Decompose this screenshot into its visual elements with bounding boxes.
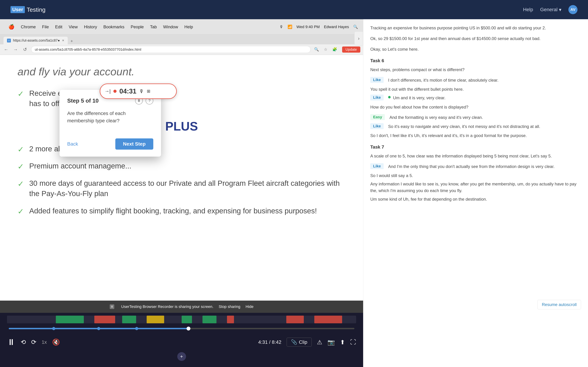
url-bar[interactable]: ut-assets.com/5a1c8705-a6b5-4a7a-8578-e5… — [31, 46, 311, 53]
transcript-line-1: Ok, so 29 $1500.00 for 1st year and then… — [370, 35, 581, 42]
timeline-marker-playhead — [187, 327, 190, 331]
task6-line2: You spell it out with the different bull… — [370, 86, 581, 93]
right-panel: Transcript ▾ ≡ Tracking an expensive for… — [363, 0, 588, 367]
share-button[interactable]: ⬆ — [340, 339, 345, 346]
task6-line4: And the formatting is very easy and it's… — [389, 114, 581, 121]
transcript-line-0: Tracking an expensive for business purpo… — [370, 25, 581, 32]
task7-line3-row: Any information I would like to see is, … — [370, 181, 581, 194]
transcript-scroll-panel[interactable]: Tracking an expensive for business purpo… — [363, 19, 588, 367]
mac-time: Wed 9:40 PM — [296, 25, 320, 29]
resume-autoscroll-button[interactable]: Resume autoscroll — [537, 300, 581, 309]
back-button[interactable]: Back — [67, 141, 78, 147]
panel-toggle-button[interactable]: › — [354, 32, 363, 45]
rewind-button[interactable]: ⟲ — [21, 339, 26, 346]
clip-button[interactable]: 📎 Clip — [287, 338, 312, 347]
step-modal: Step 5 of 10 ⏸ ? Are the differences of … — [60, 90, 161, 157]
update-button[interactable]: Update — [342, 47, 361, 53]
forward-nav-button[interactable]: → — [12, 46, 19, 53]
add-clip-button[interactable]: + — [177, 352, 186, 361]
controls-row: ⏸ ⟲ ⟳ 1x 🔇 4:31 / 8:42 📎 Clip ⚠ 📷 ⬆ ⛶ — [7, 334, 356, 350]
hide-button[interactable]: Hide — [245, 304, 253, 309]
rec-time: 04:31 — [119, 88, 136, 95]
sharing-pause-icon: ⏸ — [110, 304, 114, 309]
general-chevron-icon: ▾ — [559, 7, 562, 13]
tag-like-3: Like — [370, 123, 384, 129]
task7-line4: Um some kind of Uh, fee for that dependi… — [370, 196, 581, 202]
task6-like1-row: Like I don't differences, it's motion of… — [370, 77, 581, 84]
task7-header: Task 7 — [370, 144, 581, 150]
back-nav-button[interactable]: ← — [3, 46, 9, 53]
url-text: ut-assets.com/5a1c8705-a6b5-4a7a-8578-e5… — [35, 48, 141, 51]
fast-forward-button[interactable]: ⟳ — [31, 339, 36, 346]
ut-logo-text: Testing — [26, 6, 45, 13]
help-link[interactable]: Help — [523, 7, 533, 12]
browser-chrome: U https://ut-assets.com/5a1c87● ✕ + ← → … — [0, 35, 363, 55]
ut-logo-box: User — [10, 6, 25, 13]
view-menu[interactable]: View — [65, 25, 81, 29]
task6-text1: Next steps, problems compact or what is … — [370, 66, 581, 73]
task7-line3: Any information I would like to see is, … — [370, 181, 581, 194]
extension-icon[interactable]: 🧩 — [332, 46, 338, 53]
modal-step-title: Step 5 of 10 — [67, 98, 99, 104]
ut-header-right: Help General ▾ AV — [523, 5, 578, 14]
fullscreen-button[interactable]: ⛶ — [350, 339, 356, 345]
help-menu[interactable]: Help — [181, 25, 196, 29]
refresh-button[interactable]: ↺ — [22, 46, 28, 53]
modal-footer: Back Next Step — [67, 138, 153, 150]
task7-like1-row: Like And I'm the only thing that you don… — [370, 163, 581, 171]
dot-green-1 — [388, 96, 391, 98]
people-menu[interactable]: People — [128, 25, 147, 29]
av-avatar[interactable]: AV — [568, 5, 578, 14]
mac-menubar: 🍎 Chrome File Edit View History Bookmark… — [0, 19, 363, 35]
ut-logo: User Testing — [10, 6, 45, 13]
tab-menu[interactable]: Tab — [147, 25, 160, 29]
history-menu[interactable]: History — [81, 25, 100, 29]
timeline-bar[interactable] — [7, 323, 356, 334]
wifi-icon: 📶 — [287, 25, 292, 29]
general-dropdown[interactable]: General ▾ — [540, 7, 562, 13]
screenshot-button[interactable]: 📷 — [328, 339, 335, 346]
tag-like-1: Like — [370, 77, 384, 83]
edit-menu[interactable]: Edit — [52, 25, 65, 29]
panel-toggle-icon: › — [358, 36, 359, 41]
next-step-button[interactable]: Next Step — [115, 138, 153, 150]
task6-header: Task 6 — [370, 58, 581, 63]
search-page-icon[interactable]: 🔍 — [313, 46, 320, 53]
progress-track[interactable] — [9, 328, 354, 329]
modal-question: Are the differences of each membership t… — [67, 110, 153, 125]
mac-menubar-right: 🎙 📶 Wed 9:40 PM Edward Hayes 🔍 — [279, 25, 358, 29]
browser-tab-active[interactable]: U https://ut-assets.com/5a1c87● ✕ — [3, 37, 68, 44]
timeline-marker-1 — [97, 327, 100, 330]
mac-user: Edward Hayes — [324, 25, 349, 29]
segment-track[interactable] — [7, 316, 356, 323]
mute-button[interactable]: 🔇 — [52, 339, 60, 346]
apple-menu[interactable]: 🍎 — [5, 24, 18, 30]
speed-label[interactable]: 1x — [42, 339, 47, 345]
new-tab-button[interactable]: + — [69, 38, 75, 44]
transcript-line-2: Okay, so Let's come here. — [370, 46, 581, 53]
bookmark-icon[interactable]: ☆ — [322, 46, 329, 53]
task7-line1: And I'm the only thing that you don't ac… — [388, 163, 581, 170]
window-menu[interactable]: Window — [160, 25, 181, 29]
bookmarks-menu[interactable]: Bookmarks — [100, 25, 128, 29]
tab-favicon: U — [7, 39, 11, 42]
task6-line5: So it's easy to navigate and very clean,… — [388, 123, 581, 130]
tag-like-4: Like — [370, 163, 384, 169]
chrome-menu[interactable]: Chrome — [18, 25, 39, 29]
task7-line4-row: Um some kind of Uh, fee for that dependi… — [370, 196, 581, 202]
task6-line1: I don't differences, it's motion of time… — [388, 77, 581, 83]
task6-easy-row: Easy And the formatting is very easy and… — [370, 114, 581, 121]
task6-text2: How do you feel about how the content is… — [370, 104, 581, 111]
ut-header: User Testing Help General ▾ AV — [0, 0, 588, 19]
stop-sharing-button[interactable]: Stop sharing — [219, 304, 241, 309]
task7-line2: So I would still say a 5. — [370, 172, 581, 179]
mic-status-icon: 🎙 — [279, 25, 283, 29]
rec-grid-icon: ⊞ — [147, 89, 150, 94]
play-pause-button[interactable]: ⏸ — [7, 337, 15, 347]
file-menu[interactable]: File — [39, 25, 52, 29]
search-icon[interactable]: 🔍 — [353, 25, 358, 29]
video-controls: ⏸ ⟲ ⟳ 1x 🔇 4:31 / 8:42 📎 Clip ⚠ 📷 ⬆ ⛶ + — [0, 313, 363, 367]
sharing-banner: ⏸ UserTesting Browser Recorder is sharin… — [0, 300, 363, 313]
warning-button[interactable]: ⚠ — [317, 339, 322, 346]
tab-close-icon[interactable]: ✕ — [62, 39, 64, 42]
